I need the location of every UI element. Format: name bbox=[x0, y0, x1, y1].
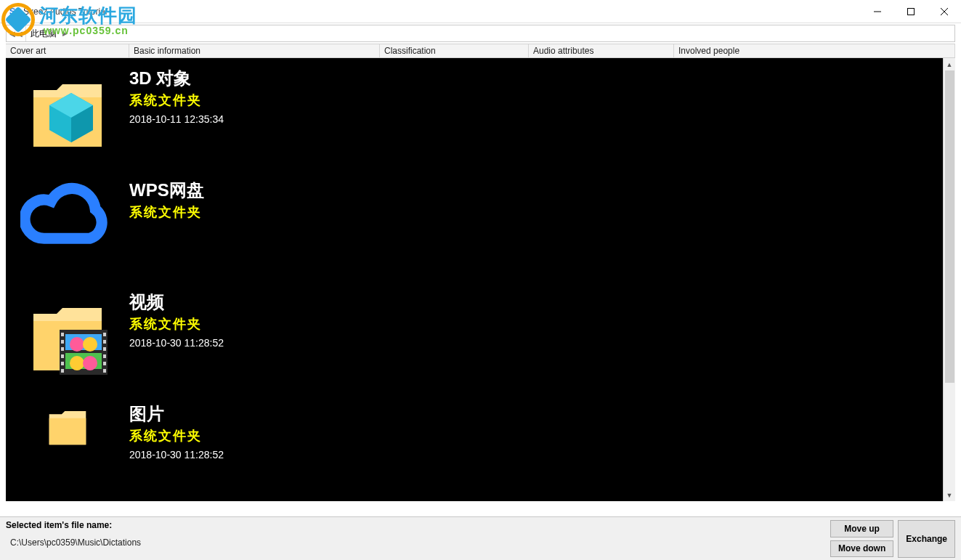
app-icon: S bbox=[6, 5, 19, 18]
svg-rect-21 bbox=[103, 340, 106, 344]
maximize-button[interactable] bbox=[894, 0, 928, 23]
close-button[interactable] bbox=[928, 0, 961, 23]
svg-point-11 bbox=[83, 337, 97, 352]
svg-rect-23 bbox=[103, 354, 106, 358]
minimize-button[interactable] bbox=[861, 0, 894, 23]
svg-rect-20 bbox=[103, 333, 106, 336]
selected-item-label: Selected item's file name: bbox=[6, 520, 827, 530]
svg-rect-24 bbox=[103, 362, 106, 365]
column-header-cover-art[interactable]: Cover art bbox=[6, 44, 129, 57]
svg-rect-14 bbox=[61, 333, 64, 336]
cover-art bbox=[6, 177, 129, 272]
chevron-right-icon: ▶ bbox=[61, 30, 69, 37]
folder-3d-icon bbox=[20, 65, 115, 160]
item-subtitle: 系统文件夹 bbox=[129, 203, 204, 221]
column-headers: Cover art Basic information Classificati… bbox=[6, 44, 955, 58]
svg-point-10 bbox=[70, 337, 84, 352]
maximize-icon bbox=[907, 8, 915, 15]
svg-rect-22 bbox=[103, 347, 106, 351]
breadcrumb-nav-buttons[interactable]: ◀ ◀ bbox=[7, 25, 26, 41]
item-subtitle: 系统文件夹 bbox=[129, 427, 224, 445]
chevron-left-icon: ◀ bbox=[9, 30, 15, 38]
cover-art bbox=[6, 65, 129, 160]
column-header-classification[interactable]: Classification bbox=[380, 44, 529, 57]
item-title: 3D 对象 bbox=[129, 68, 224, 89]
item-title: 视频 bbox=[129, 292, 224, 312]
item-subtitle: 系统文件夹 bbox=[129, 92, 224, 109]
cloud-icon bbox=[20, 177, 115, 272]
svg-rect-19 bbox=[61, 369, 64, 373]
breadcrumb[interactable]: ◀ ◀ 此电脑 ▶ bbox=[6, 25, 955, 42]
column-header-basic-info[interactable]: Basic information bbox=[129, 44, 380, 57]
svg-rect-1 bbox=[908, 9, 915, 15]
vertical-scrollbar[interactable]: ▲ ▼ bbox=[943, 58, 955, 501]
file-list: 3D 对象 系统文件夹 2018-10-11 12:35:34 WPS网盘 系统… bbox=[6, 58, 943, 501]
list-item[interactable]: 视频 系统文件夹 2018-10-30 11:28:52 bbox=[6, 282, 943, 394]
chevron-left-icon: ◀ bbox=[17, 30, 23, 38]
window-title: Skeez Audios Tutorial bbox=[23, 7, 107, 17]
column-header-involved[interactable]: Involved people bbox=[674, 44, 955, 57]
svg-rect-16 bbox=[61, 347, 64, 351]
move-down-button[interactable]: Move down bbox=[830, 540, 893, 558]
svg-rect-25 bbox=[103, 369, 106, 373]
svg-rect-18 bbox=[61, 362, 64, 365]
svg-rect-17 bbox=[61, 354, 64, 358]
close-icon bbox=[941, 8, 948, 15]
item-date: 2018-10-30 11:28:52 bbox=[129, 449, 224, 460]
column-header-audio-attrs[interactable]: Audio attributes bbox=[529, 44, 674, 57]
svg-point-13 bbox=[83, 356, 97, 370]
list-item[interactable]: 3D 对象 系统文件夹 2018-10-11 12:35:34 bbox=[6, 58, 943, 170]
title-bar: S Skeez Audios Tutorial bbox=[0, 0, 961, 23]
item-date: 2018-10-30 11:28:52 bbox=[129, 337, 224, 349]
item-title: WPS网盘 bbox=[129, 180, 204, 200]
status-panel: Selected item's file name: C:\Users\pc03… bbox=[0, 516, 961, 560]
svg-rect-15 bbox=[61, 340, 64, 344]
item-date: 2018-10-11 12:35:34 bbox=[129, 113, 224, 125]
breadcrumb-location[interactable]: 此电脑 bbox=[26, 25, 61, 41]
folder-video-icon bbox=[20, 289, 115, 384]
scroll-thumb[interactable] bbox=[945, 70, 954, 383]
list-item[interactable]: 图片 系统文件夹 2018-10-30 11:28:52 bbox=[6, 394, 943, 460]
folder-plain-icon bbox=[20, 401, 115, 452]
scroll-down-button[interactable]: ▼ bbox=[944, 489, 955, 501]
exchange-button[interactable]: Exchange bbox=[898, 520, 955, 558]
cover-art bbox=[6, 401, 129, 460]
scroll-up-button[interactable]: ▲ bbox=[944, 58, 955, 70]
move-up-button[interactable]: Move up bbox=[830, 520, 893, 537]
selected-item-path: C:\Users\pc0359\Music\Dictations bbox=[6, 537, 827, 548]
minimize-icon bbox=[874, 8, 881, 15]
item-title: 图片 bbox=[129, 404, 224, 424]
list-item[interactable]: WPS网盘 系统文件夹 bbox=[6, 170, 943, 282]
svg-point-12 bbox=[70, 356, 84, 370]
item-subtitle: 系统文件夹 bbox=[129, 315, 224, 333]
cover-art bbox=[6, 289, 129, 384]
